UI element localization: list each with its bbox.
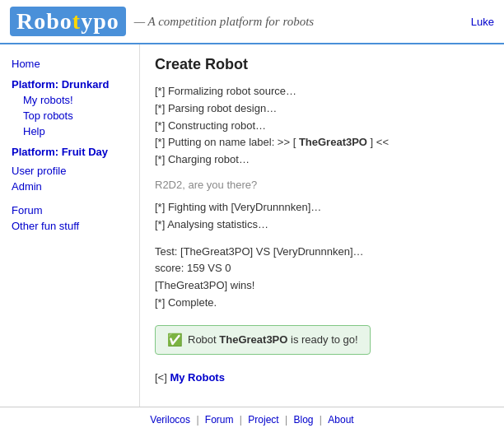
robot-name-label: TheGreat3PO — [299, 136, 367, 148]
sidebar-item-user-profile[interactable]: User profile — [12, 163, 128, 179]
platform2-name[interactable]: Fruit Day — [62, 146, 108, 158]
platform2-prefix: Platform: — [12, 146, 62, 158]
log-block-2: [*] Fighting with [VeryDrunnnken]… [*] A… — [155, 199, 489, 234]
content-area: Create Robot [*] Formalizing robot sourc… — [140, 44, 504, 407]
user-link[interactable]: Luke — [471, 16, 494, 28]
ready-text: Robot TheGreat3PO is ready to go! — [188, 333, 358, 346]
test-line: Test: [TheGreat3PO] VS [VeryDrunnnken]… — [155, 244, 489, 261]
score-line: score: 159 VS 0 — [155, 260, 489, 277]
footer: Verilocos | Forum | Project | Blog | Abo… — [0, 407, 504, 428]
sep-4: | — [320, 414, 324, 426]
footer-link-verilocos[interactable]: Verilocos — [150, 414, 190, 426]
log-line-2: [*] Parsing robot design… — [155, 100, 489, 118]
test-block: Test: [TheGreat3PO] VS [VeryDrunnnken]… … — [155, 244, 489, 312]
footer-link-blog[interactable]: Blog — [293, 414, 313, 426]
sidebar-platform2-label: Platform: Fruit Day — [12, 146, 128, 158]
footer-link-project[interactable]: Project — [248, 414, 278, 426]
sep-2: | — [240, 414, 245, 426]
check-icon: ✅ — [167, 333, 183, 347]
log-line-3: [*] Constructing robot… — [155, 118, 489, 135]
sidebar-item-home[interactable]: Home — [12, 56, 128, 72]
ready-robot-name: TheGreat3PO — [219, 333, 287, 346]
sep-1: | — [196, 414, 201, 426]
main-layout: Home Platform: Drunkard My robots! Top r… — [0, 44, 504, 407]
log-line-7: [*] Analysing statistics… — [155, 216, 489, 234]
log-line-4: [*] Putting on name label: >> [ TheGreat… — [155, 134, 489, 151]
sep-3: | — [285, 414, 290, 426]
logo-area: Robotypo — A competition platform for ro… — [10, 7, 314, 36]
complete-line: [*] Complete. — [155, 295, 489, 312]
log-line-6: [*] Fighting with [VeryDrunnnken]… — [155, 199, 489, 216]
sidebar-item-top-robots[interactable]: Top robots — [12, 108, 128, 123]
header: Robotypo — A competition platform for ro… — [0, 0, 504, 44]
logo-text: Robotypo — [16, 8, 119, 34]
footer-link-forum[interactable]: Forum — [205, 414, 234, 426]
sidebar-item-other-fun[interactable]: Other fun stuff — [12, 218, 128, 234]
my-robots-link[interactable]: My Robots — [170, 371, 224, 384]
log-line-5: [*] Charging robot… — [155, 151, 489, 169]
log-block-1: [*] Formalizing robot source… [*] Parsin… — [155, 83, 489, 169]
logo: Robotypo — [10, 7, 126, 36]
back-bracket: [<] — [155, 371, 170, 384]
winner-line: [TheGreat3PO] wins! — [155, 277, 489, 295]
my-robots-link-area: [<] My Robots — [155, 371, 489, 384]
sidebar-item-admin[interactable]: Admin — [12, 179, 128, 194]
page-title: Create Robot — [155, 56, 489, 73]
sidebar-item-forum[interactable]: Forum — [12, 202, 128, 218]
ready-box: ✅ Robot TheGreat3PO is ready to go! — [155, 325, 371, 355]
sidebar-item-help[interactable]: Help — [12, 123, 128, 139]
footer-link-about[interactable]: About — [328, 414, 353, 426]
platform1-prefix: Platform: — [12, 78, 62, 91]
sidebar-platform1-label: Platform: Drunkard — [12, 78, 128, 91]
platform1-name[interactable]: Drunkard — [62, 78, 110, 91]
sidebar: Home Platform: Drunkard My robots! Top r… — [0, 44, 140, 407]
sidebar-item-my-robots[interactable]: My robots! — [12, 92, 128, 108]
log-line-1: [*] Formalizing robot source… — [155, 83, 489, 100]
tagline: — A competition platform for robots — [134, 15, 315, 29]
log-separator: R2D2, are you there? — [155, 179, 489, 191]
